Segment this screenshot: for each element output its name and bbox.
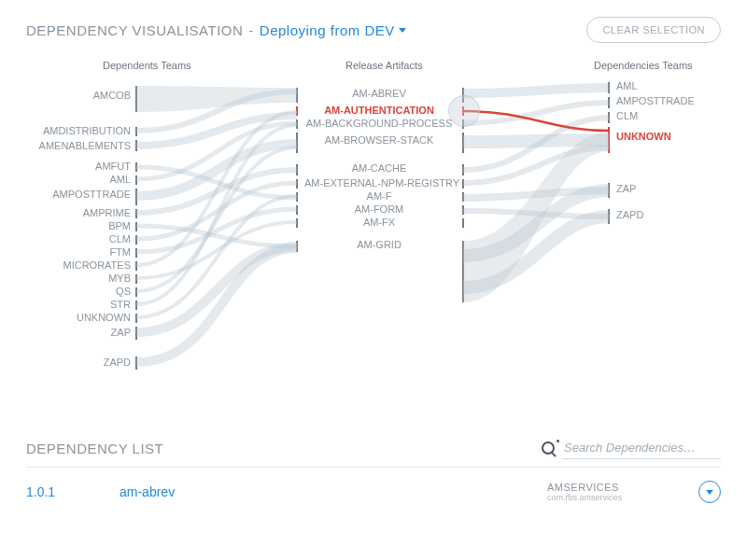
node-am-f[interactable]: AM-F <box>304 190 454 202</box>
node-aml-r[interactable]: AML <box>616 80 710 91</box>
caret-down-icon <box>399 28 406 33</box>
search-input[interactable] <box>562 437 721 459</box>
title-separator: - <box>248 22 254 38</box>
node-amcob[interactable]: AMCOB <box>37 90 131 101</box>
node-microrates[interactable]: MICRORATES <box>37 259 131 271</box>
node-zapd-l[interactable]: ZAPD <box>37 357 131 368</box>
node-am-browser-stack[interactable]: AM-BROWSER-STACK <box>304 134 454 146</box>
dependency-row[interactable]: 1.0.1 am-abrev AMSERVICES com.rbs.amserv… <box>26 468 721 509</box>
node-zapd-r[interactable]: ZAPD <box>616 209 710 220</box>
environment-selector[interactable]: Deploying from DEV <box>260 22 406 38</box>
node-am-background-process[interactable]: AM-BACKGROUND-PROCESS <box>304 118 454 129</box>
node-bpm[interactable]: BPM <box>37 220 131 231</box>
dependency-name: am-abrev <box>120 484 510 499</box>
node-am-external-npm-registry[interactable]: AM-EXTERNAL-NPM-REGISTRY <box>304 177 454 189</box>
expand-button[interactable] <box>698 481 721 503</box>
dependency-list-title: DEPENDENCY LIST <box>26 441 163 456</box>
node-zap-r[interactable]: ZAP <box>616 183 710 194</box>
search-icon <box>542 441 555 455</box>
node-am-cache[interactable]: AM-CACHE <box>304 162 454 174</box>
node-am-grid[interactable]: AM-GRID <box>304 239 454 250</box>
chevron-down-icon <box>706 490 713 495</box>
node-am-authentication[interactable]: AM-AUTHENTICATION <box>304 105 454 116</box>
node-str[interactable]: STR <box>37 299 131 310</box>
node-amenablements[interactable]: AMENABLEMENTS <box>37 140 131 151</box>
page-title: DEPENDENCY VISUALISATION <box>26 22 243 38</box>
dependency-version: 1.0.1 <box>26 484 82 499</box>
node-am-abrev[interactable]: AM-ABREV <box>304 88 454 99</box>
node-am-form[interactable]: AM-FORM <box>304 203 454 215</box>
node-aml[interactable]: AML <box>37 174 131 185</box>
node-unknown-l[interactable]: UNKNOWN <box>37 312 131 323</box>
clear-selection-button[interactable]: CLEAR SELECTION <box>586 17 721 43</box>
node-unknown-r[interactable]: UNKNOWN <box>616 131 710 142</box>
node-amprime[interactable]: AMPRIME <box>37 207 131 218</box>
node-myb[interactable]: MYB <box>37 273 131 284</box>
dependency-package: com.rbs.amservices <box>547 493 650 502</box>
node-amposttrade-r[interactable]: AMPOSTTRADE <box>616 95 710 106</box>
dependency-service: AMSERVICES <box>547 482 650 493</box>
node-am-fx[interactable]: AM-FX <box>304 217 454 228</box>
node-clm-r[interactable]: CLM <box>616 110 710 121</box>
node-amdistribution[interactable]: AMDISTRIBUTION <box>37 125 131 136</box>
sankey-diagram[interactable]: Dependents Teams Release Artifacts Depen… <box>26 60 721 414</box>
node-amposttrade[interactable]: AMPOSTTRADE <box>37 189 131 200</box>
node-zap-l[interactable]: ZAP <box>37 327 131 338</box>
node-clm[interactable]: CLM <box>37 233 131 245</box>
node-amfut[interactable]: AMFUT <box>37 161 131 172</box>
environment-label: Deploying from DEV <box>260 22 395 38</box>
node-qs[interactable]: QS <box>37 286 131 297</box>
node-ftm[interactable]: FTM <box>37 246 131 258</box>
